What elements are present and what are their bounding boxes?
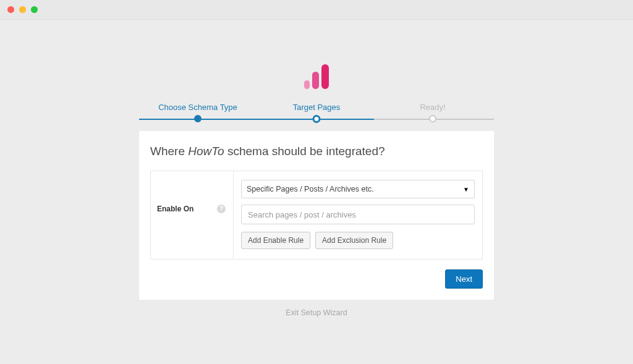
step-label-choose-schema[interactable]: Choose Schema Type: [158, 103, 237, 112]
step-node-2[interactable]: [313, 115, 321, 123]
wizard-card: Where HowTo schema should be integrated?…: [139, 131, 494, 300]
enable-on-select[interactable]: Specific Pages / Posts / Archives etc. ▼: [241, 180, 475, 198]
step-node-1[interactable]: [194, 115, 202, 122]
enable-on-field: Enable On ? Specific Pages / Posts / Arc…: [150, 171, 483, 260]
rule-buttons: Add Enable Rule Add Exclusion Rule: [241, 232, 475, 249]
card-footer: Next: [150, 269, 483, 289]
logo-bar-3: [321, 64, 329, 89]
title-suffix: schema should be integrated?: [224, 145, 385, 158]
stepper-track-fill: [139, 119, 374, 120]
next-button[interactable]: Next: [445, 269, 483, 289]
wizard-stepper: Choose Schema Type Target Pages Ready!: [139, 103, 494, 127]
step-label-ready: Ready!: [420, 103, 445, 112]
add-exclusion-rule-button[interactable]: Add Exclusion Rule: [315, 232, 393, 249]
card-title: Where HowTo schema should be integrated?: [150, 145, 483, 158]
add-enable-rule-button[interactable]: Add Enable Rule: [241, 232, 310, 249]
brand-logo-icon: [304, 64, 329, 89]
help-icon[interactable]: ?: [217, 205, 226, 213]
window-titlebar: [0, 0, 633, 20]
minimize-icon[interactable]: [19, 6, 26, 13]
chevron-down-icon: ▼: [463, 186, 469, 193]
wizard-stage: Choose Schema Type Target Pages Ready! W…: [0, 20, 633, 317]
field-label: Enable On: [157, 205, 193, 213]
field-controls: Specific Pages / Posts / Archives etc. ▼…: [234, 171, 482, 259]
step-label-target-pages[interactable]: Target Pages: [293, 103, 341, 112]
title-prefix: Where: [150, 145, 188, 158]
logo-bar-1: [304, 80, 310, 89]
close-icon[interactable]: [7, 6, 14, 13]
exit-setup-link[interactable]: Exit Setup Wizard: [286, 308, 347, 317]
select-value: Specific Pages / Posts / Archives etc.: [247, 185, 374, 193]
step-node-3: [429, 115, 436, 122]
field-label-cell: Enable On ?: [151, 171, 234, 259]
zoom-icon[interactable]: [31, 6, 38, 13]
search-input[interactable]: [241, 205, 475, 224]
logo-bar-2: [312, 72, 319, 89]
title-schema-name: HowTo: [188, 145, 224, 158]
